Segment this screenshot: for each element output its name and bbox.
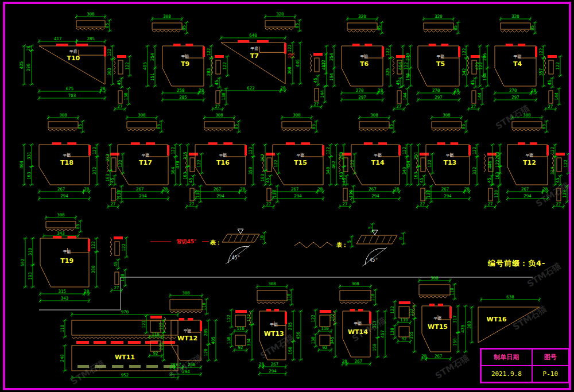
panel-id-label: T18 bbox=[60, 159, 73, 166]
side-piece bbox=[118, 91, 122, 103]
red-edge-strip bbox=[382, 46, 384, 57]
dim-label: 323 bbox=[105, 154, 110, 162]
dim-line bbox=[382, 236, 385, 243]
red-strip bbox=[320, 310, 331, 313]
dim-label: 122 bbox=[311, 315, 316, 323]
red-strip bbox=[378, 142, 387, 145]
dim-label: 332 bbox=[472, 167, 477, 175]
zigzag-edge bbox=[424, 30, 452, 32]
dim-label: 138 bbox=[117, 190, 122, 198]
red-edge-strip bbox=[200, 321, 202, 331]
red-strip bbox=[396, 55, 405, 58]
dim-label: 92 bbox=[238, 345, 243, 350]
legend-backcut-label: 背切45° bbox=[176, 239, 196, 244]
dim-label: 122 bbox=[404, 62, 409, 70]
dim-label: 45 bbox=[117, 80, 122, 85]
dim-line bbox=[363, 236, 366, 243]
dim-label: 502 bbox=[20, 259, 25, 267]
dim-label: 151 bbox=[150, 73, 155, 81]
panel-note: 平磨 bbox=[184, 329, 192, 333]
dim-label: 122 bbox=[121, 243, 126, 251]
dim-label: 267 bbox=[355, 359, 363, 364]
red-strip bbox=[266, 309, 271, 312]
dim-label: 294 bbox=[60, 193, 68, 199]
dim-label: 28 bbox=[84, 289, 90, 294]
side-piece bbox=[399, 327, 409, 337]
zigzag-edge bbox=[204, 129, 232, 131]
dim-label: 297 bbox=[358, 95, 366, 100]
red-strip bbox=[352, 44, 360, 46]
side-piece bbox=[488, 188, 492, 201]
side-piece bbox=[235, 335, 246, 346]
dim-label: 267 bbox=[369, 187, 377, 192]
side-piece bbox=[557, 188, 561, 201]
dim-label: 462 bbox=[331, 161, 336, 169]
side-piece bbox=[472, 91, 476, 103]
red-edge-strip bbox=[322, 145, 324, 156]
red-strip bbox=[364, 142, 373, 145]
red-strip bbox=[274, 309, 279, 312]
red-strip bbox=[223, 142, 232, 145]
red-strip bbox=[76, 44, 88, 46]
panel-id-label: WT12 bbox=[177, 335, 197, 342]
dim-line bbox=[240, 235, 243, 242]
zigzag-edge bbox=[265, 28, 293, 30]
squiggle-edge bbox=[110, 238, 112, 256]
red-edge-strip bbox=[285, 312, 287, 324]
dim-label: 267 bbox=[435, 354, 443, 359]
dim-label: 163 bbox=[26, 172, 32, 180]
legend-show-label: 表： bbox=[210, 239, 222, 246]
dim-label: 92 bbox=[401, 336, 406, 341]
dim-label: 122 bbox=[427, 160, 432, 168]
drawing-area: 30885平磨T10417285283964251223036752870312… bbox=[0, 0, 574, 392]
red-edge-strip bbox=[449, 306, 452, 319]
red-strip bbox=[128, 341, 141, 344]
olive-strip bbox=[77, 365, 89, 368]
red-strip bbox=[53, 236, 61, 239]
dim-label: 283 bbox=[206, 68, 211, 76]
dim-label: 294 bbox=[294, 193, 302, 199]
dim-label: 85 bbox=[77, 124, 83, 129]
dim-label: 310 bbox=[28, 247, 33, 255]
dim-label: 85 bbox=[234, 124, 239, 129]
dim-label: 308 bbox=[59, 112, 67, 118]
red-strip bbox=[451, 142, 459, 145]
dim-label: 372 bbox=[92, 167, 97, 175]
dim-label: 303 bbox=[107, 68, 113, 76]
red-strip bbox=[76, 341, 89, 344]
panel-id-label: T14 bbox=[371, 159, 385, 166]
panel-id-label: T15 bbox=[294, 159, 307, 166]
olive-strip bbox=[129, 365, 141, 368]
olive-strip bbox=[146, 365, 158, 368]
dim-label: 163 bbox=[105, 174, 110, 182]
dim-label: 622 bbox=[247, 86, 255, 91]
dim-label: 703 bbox=[68, 93, 76, 98]
dim-label: 28 bbox=[26, 45, 32, 51]
dim-label: 138 bbox=[120, 274, 125, 282]
panel-note: 平磨 bbox=[526, 153, 534, 158]
side-piece bbox=[111, 158, 116, 172]
dim-label: 343 bbox=[57, 231, 65, 236]
dim-label: 307 bbox=[260, 154, 265, 162]
dim-label: 28 bbox=[454, 88, 460, 93]
dim-label: 405 bbox=[211, 336, 216, 344]
hatch-strip bbox=[127, 122, 157, 128]
hatch-strip bbox=[347, 23, 377, 29]
dim-label: 297 bbox=[511, 95, 519, 100]
dim-label: 110 bbox=[400, 317, 408, 323]
hatch-strip bbox=[46, 222, 76, 228]
dim-label: 28 bbox=[378, 88, 383, 93]
red-edge-strip bbox=[284, 43, 286, 54]
dim-label: 85 bbox=[530, 25, 535, 30]
panel-id-label: T10 bbox=[67, 55, 80, 62]
zigzag-edge bbox=[340, 302, 368, 304]
dim-label: 355 bbox=[409, 331, 414, 339]
side-piece bbox=[421, 188, 425, 201]
dim-label: 45 bbox=[555, 177, 560, 183]
dim-label: 144 bbox=[554, 92, 559, 100]
dim-label: 270 bbox=[432, 88, 440, 93]
dim-label: 122 bbox=[402, 147, 407, 155]
dim-label: 308 bbox=[57, 212, 65, 218]
dim-label: 27 bbox=[487, 201, 492, 207]
dim-label: 110 bbox=[60, 324, 65, 332]
